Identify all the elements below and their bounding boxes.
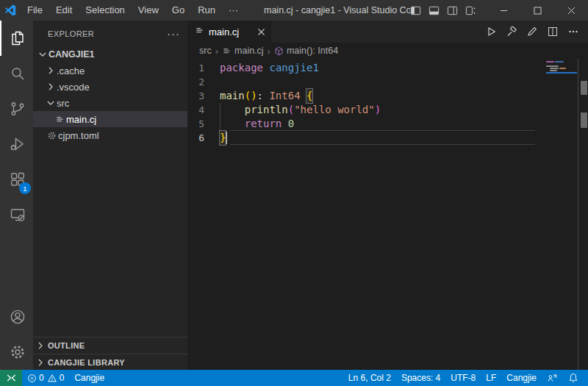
close-tab-icon[interactable]: [257, 28, 265, 36]
source-control-icon[interactable]: [0, 91, 33, 126]
section-label: OUTLINE: [48, 341, 85, 350]
more-actions-icon[interactable]: [564, 23, 582, 40]
search-icon[interactable]: [0, 56, 33, 91]
code-token: ): [375, 103, 381, 117]
language-mode[interactable]: Cangjie: [501, 370, 542, 386]
remote-indicator-button[interactable]: [0, 370, 22, 386]
chevron-right-icon: [33, 340, 48, 351]
breadcrumb: src › main.cj › main(): Int64: [187, 43, 588, 59]
menu-[interactable]: ···: [222, 0, 245, 21]
chevron-right-icon: [33, 357, 48, 368]
code-editor[interactable]: 1package cangjie123main(): Int64 {4print…: [187, 59, 588, 370]
tab-bar: main.cj: [187, 21, 588, 43]
scrollbar-decoration[interactable]: [581, 112, 587, 128]
code-token: [263, 61, 269, 75]
close-button[interactable]: [554, 0, 588, 21]
tree-item--vscode[interactable]: .vscode: [33, 79, 187, 95]
line-number: 6: [187, 131, 220, 145]
scrollbar-decoration[interactable]: [581, 81, 587, 95]
menu-bar: FileEditSelectionViewGoRun···: [21, 0, 245, 21]
extensions-badge: 1: [19, 182, 31, 194]
file-icon: [222, 46, 232, 56]
account-icon[interactable]: [0, 299, 33, 335]
extensions-icon[interactable]: 1: [0, 162, 33, 197]
split-editor-icon[interactable]: [544, 23, 562, 40]
maximize-button[interactable]: [520, 0, 554, 21]
section-cangjie-library[interactable]: CANGJIE LIBRARY: [33, 354, 187, 370]
activity-bar-bottom: [0, 299, 33, 370]
breadcrumb-file[interactable]: main.cj: [222, 46, 264, 56]
edit-pencil-icon[interactable]: [523, 23, 541, 40]
settings-icon[interactable]: [0, 335, 33, 370]
feedback-icon[interactable]: [542, 370, 563, 386]
code-lines: 1package cangjie123main(): Int64 {4print…: [187, 59, 588, 145]
code-token: (: [288, 103, 294, 117]
tree-item-cangjie1[interactable]: CANGJIE1: [33, 46, 187, 62]
code-line-6: 6}: [187, 131, 588, 145]
tree-item-src[interactable]: src: [33, 95, 187, 111]
tree-item-cjpm-toml[interactable]: cjpm.toml: [33, 127, 187, 143]
editor-scrollbar[interactable]: [578, 59, 588, 370]
remote-explorer-icon[interactable]: [0, 197, 33, 232]
line-number: 3: [187, 89, 220, 103]
code-token: cangjie1: [269, 61, 318, 75]
customize-layout-icon[interactable]: [465, 5, 476, 16]
toggle-panel-icon[interactable]: [429, 5, 440, 16]
eol-setting[interactable]: LF: [481, 370, 501, 386]
tab-label: main.cj: [209, 26, 253, 37]
minimap[interactable]: [546, 61, 577, 74]
encoding-setting[interactable]: UTF-8: [445, 370, 481, 386]
menu-run[interactable]: Run: [191, 0, 222, 21]
menu-go[interactable]: Go: [165, 0, 191, 21]
indentation-setting[interactable]: Spaces: 4: [396, 370, 445, 386]
menu-edit[interactable]: Edit: [49, 0, 79, 21]
chevron-down-icon: [45, 97, 57, 109]
tab-main-cj[interactable]: main.cj: [187, 21, 271, 43]
title-bar: FileEditSelectionViewGoRun··· main.cj - …: [0, 0, 588, 21]
notifications-bell-icon[interactable]: [563, 370, 584, 386]
text-cursor: [226, 132, 227, 144]
tree-item-main-cj[interactable]: main.cj: [33, 111, 187, 127]
editor-group: main.cj src › main.cj: [187, 21, 588, 370]
breadcrumb-symbol[interactable]: main(): Int64: [274, 46, 338, 56]
indent-guide: [220, 117, 245, 131]
code-token: [282, 117, 287, 131]
menu-view[interactable]: View: [132, 0, 165, 21]
indent-guide: [220, 103, 245, 117]
gear-icon: [45, 131, 58, 140]
sidebar-title: EXPLORER: [48, 29, 94, 38]
cursor-position[interactable]: Ln 6, Col 2: [343, 370, 396, 386]
editor-actions: [482, 21, 588, 43]
menu-file[interactable]: File: [21, 0, 49, 21]
toggle-sidebar-icon[interactable]: [410, 5, 421, 16]
section-outline[interactable]: OUTLINE: [33, 337, 187, 354]
chevron-separator: ›: [268, 46, 270, 57]
toggle-secondary-sidebar-icon[interactable]: [447, 5, 458, 16]
code-line-4: 4println("hello world"): [187, 103, 588, 117]
window-controls: [487, 0, 588, 21]
symbol-cube-icon: [274, 46, 284, 56]
build-hammer-icon[interactable]: [503, 23, 520, 40]
remote-icon: [6, 373, 16, 383]
code-line-3: 3main(): Int64 {: [187, 89, 588, 103]
code-line-1: 1package cangjie1: [187, 61, 588, 75]
code-token: }: [220, 131, 226, 145]
error-icon: [27, 374, 37, 383]
file-tree: CANGJIE1.cache.vscodesrcmain.cjcjpm.toml: [33, 46, 187, 337]
explorer-more-actions-icon[interactable]: ···: [167, 30, 180, 37]
run-button[interactable]: [482, 23, 500, 40]
tree-item-label: main.cj: [66, 114, 96, 125]
tree-item-label: .vscode: [57, 82, 90, 93]
tree-item--cache[interactable]: .cache: [33, 62, 187, 79]
breadcrumb-symbol-label: main(): Int64: [287, 46, 338, 56]
explorer-icon[interactable]: [0, 21, 33, 56]
run-and-debug-icon[interactable]: [0, 126, 33, 162]
menu-selection[interactable]: Selection: [79, 0, 131, 21]
breadcrumb-folder[interactable]: src: [199, 46, 212, 56]
minimize-button[interactable]: [487, 0, 520, 21]
problems-button[interactable]: 0 0: [22, 370, 69, 386]
section-label: CANGJIE LIBRARY: [48, 358, 125, 367]
code-token: [301, 89, 306, 103]
cangjie-server-status[interactable]: Cangjie: [69, 370, 110, 386]
code-token: :: [257, 89, 270, 103]
